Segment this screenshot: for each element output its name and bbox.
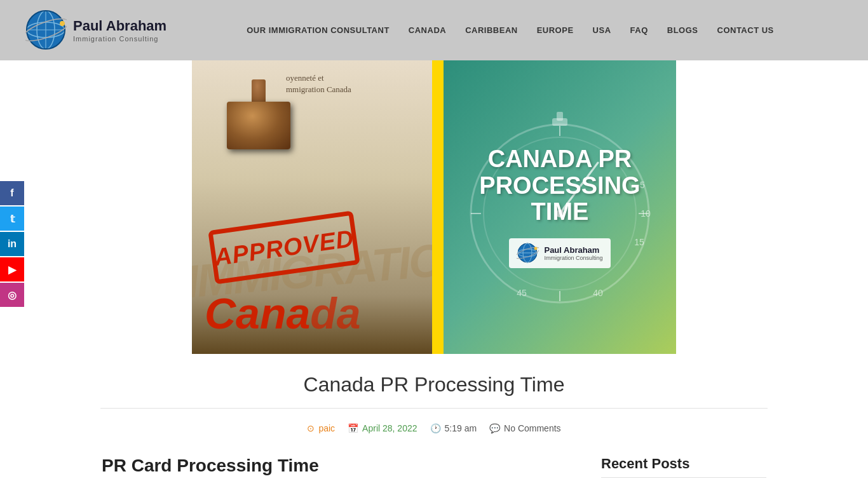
svg-text:15: 15 [634,237,644,247]
nav-usa[interactable]: USA [593,25,611,35]
article-heading: PR Card Processing Time [102,456,576,476]
logo-area[interactable]: Paul Abraham Immigration Consulting [25,10,178,51]
comments-icon: 💬 [489,423,500,433]
sidebar-divider [601,477,766,478]
comments-link[interactable]: No Comments [504,423,560,433]
hero-logo-badge: Paul Abraham Immigration Consulting [509,238,610,268]
post-meta: ⊙ paic 📅 April 28, 2022 🕐 5:19 am 💬 No C… [205,414,662,443]
linkedin-button[interactable]: in [0,232,24,256]
logo-subtitle: Immigration Consulting [73,35,166,43]
article-content: PR Card Processing Time [102,456,576,483]
yellow-divider [432,60,444,354]
social-sidebar: f 𝕥 in ▶ ◎ [0,181,24,307]
post-title: Canada PR Processing Time [278,354,590,403]
svg-text:40: 40 [593,288,603,298]
globe-logo-icon [25,10,67,51]
document-lines: oyenneté et mmigration Canada [286,73,413,96]
main-nav: OUR IMMIGRATION CONSULTANT CANADA CARIBB… [178,25,843,35]
main-content: oyenneté et mmigration Canada IMMIGRATIO… [0,60,868,488]
nav-blogs[interactable]: BLOGS [667,25,698,35]
facebook-icon: f [10,187,13,199]
canada-text: Canada [205,292,361,335]
logo-text: Paul Abraham Immigration Consulting [73,18,166,42]
youtube-icon: ▶ [8,264,16,276]
svg-rect-11 [557,112,563,121]
meta-time: 🕐 5:19 am [430,423,477,433]
twitter-button[interactable]: 𝕥 [0,207,24,231]
nav-europe[interactable]: EUROPE [537,25,574,35]
twitter-icon: 𝕥 [10,213,15,225]
hero-image: oyenneté et mmigration Canada IMMIGRATIO… [192,60,676,354]
logo-name: Paul Abraham [73,18,166,34]
badge-globe-icon [517,242,539,264]
nav-caribbean[interactable]: CARIBBEAN [465,25,518,35]
facebook-button[interactable]: f [0,181,24,205]
author-icon: ⊙ [307,423,315,433]
clock-icon: 🕐 [430,423,441,433]
nav-contact-us[interactable]: CONTACT US [717,25,774,35]
nav-faq[interactable]: FAQ [630,25,648,35]
svg-point-28 [534,247,538,250]
hero-right-panel: 5 10 15 45 40 CANADA PR PROCESSING TIME [444,60,676,354]
title-divider [100,408,768,409]
lower-section: PR Card Processing Time Recent Posts [0,443,868,488]
badge-text: Paul Abraham Immigration Consulting [544,245,602,261]
youtube-button[interactable]: ▶ [0,257,24,281]
nav-canada[interactable]: CANADA [409,25,446,35]
post-date: April 28, 2022 [362,423,417,433]
linkedin-icon: in [8,238,17,250]
svg-text:45: 45 [517,288,527,298]
header: Paul Abraham Immigration Consulting OUR … [0,0,868,60]
author-link[interactable]: paic [318,423,335,433]
instagram-icon: ◎ [8,289,17,301]
svg-point-7 [60,21,65,26]
meta-author: ⊙ paic [307,423,335,433]
approved-text: APPROVED [213,226,355,269]
meta-comments: 💬 No Comments [489,423,560,433]
sidebar: Recent Posts [601,456,766,483]
meta-date: 📅 April 28, 2022 [348,423,417,433]
hero-right-title: CANADA PR PROCESSING TIME [444,146,676,226]
post-time: 5:19 am [445,423,477,433]
hero-left-panel: oyenneté et mmigration Canada IMMIGRATIO… [192,60,432,354]
nav-our-immigration-consultant[interactable]: OUR IMMIGRATION CONSULTANT [247,25,390,35]
instagram-button[interactable]: ◎ [0,283,24,307]
sidebar-heading: Recent Posts [601,456,766,472]
calendar-icon: 📅 [348,423,358,433]
